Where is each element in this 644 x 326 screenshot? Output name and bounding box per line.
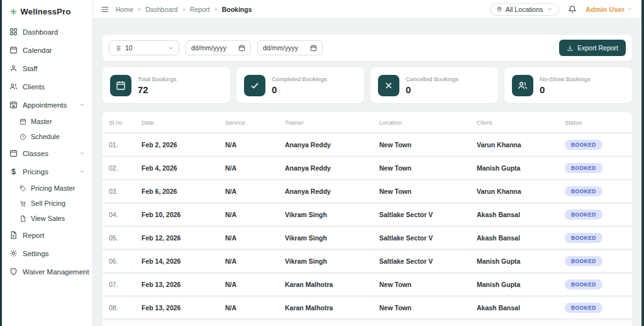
date-to-input[interactable]: dd/mm/yyyy [257,40,323,55]
date-from-input[interactable]: dd/mm/yyyy [186,40,251,55]
sidebar-subitem-pricing-master[interactable]: Pricing Master [2,181,92,196]
download-icon [567,45,574,52]
sidebar-subitem-sell-pricing[interactable]: Sell Pricing [2,196,92,211]
cell-client: Akash Bansal [477,234,565,242]
user-name: Admin User [586,6,625,13]
cell-client: Manish Gupta [477,164,565,172]
calendar-icon [310,45,317,52]
brand-logo[interactable]: ✳ WellnessPro [2,0,92,23]
cell-date: Feb 13, 2026 [142,304,225,312]
table-header: Sl.no Date Service Trainer Location Clie… [103,112,632,132]
cell-date: Feb 4, 2026 [142,164,225,172]
cell-location: Saltlake Sector V [379,257,477,265]
sidebar-item-classes[interactable]: Classes [2,144,92,162]
cell-service: N/A [225,141,285,149]
sidebar-item-label: Clients [23,83,45,91]
sidebar-item-calendar[interactable]: Calendar [2,41,92,59]
cell-client: Manish Gupta [477,257,565,265]
cell-slno: 06. [109,257,142,265]
cell-slno: 08. [109,304,142,312]
sidebar-item-label: Appointments [23,101,67,109]
scrollbar[interactable] [641,0,644,326]
chevron-down-icon [79,150,85,156]
user-menu[interactable]: Admin User [586,6,633,13]
page-size-value: 10 [125,44,133,52]
sidebar-nav: Dashboard Calendar Staff Clients Appoint… [2,23,92,281]
grid-icon [9,28,18,36]
date-from-placeholder: dd/mm/yyyy [191,44,226,52]
calendar-icon [238,45,245,52]
cell-client: Varun Khanna [477,188,565,195]
date-to-placeholder: dd/mm/yyyy [263,44,298,52]
chevron-down-icon [627,6,633,12]
hamburger-menu-icon[interactable] [101,5,109,14]
breadcrumb-separator-icon: > [138,6,141,13]
table-row[interactable]: 08. Feb 13, 2026 N/A Karan Malhotra New … [103,297,632,318]
cell-slno: 07. [109,281,142,288]
location-selector[interactable]: All Locations [490,3,560,16]
cell-date: Feb 10, 2026 [142,211,225,218]
cell-service: N/A [225,234,285,242]
cell-service: N/A [225,164,285,172]
cell-location: Saltlake Sector V [379,211,477,218]
calendar-icon [110,75,131,96]
cell-slno: 01. [109,141,142,149]
cell-trainer: Vikram Singh [285,257,379,265]
cell-slno: 05. [109,234,142,242]
cell-trainer: Ananya Reddy [285,141,379,149]
list-icon [114,45,121,52]
table-row[interactable]: 03. Feb 6, 2026 N/A Ananya Reddy New Tow… [103,181,632,202]
sidebar-subitem-master[interactable]: Master [2,114,92,129]
table-row[interactable]: 02. Feb 4, 2026 N/A Ananya Reddy New Tow… [103,157,632,179]
breadcrumb-home[interactable]: Home [116,6,133,13]
chevron-down-icon [168,45,174,51]
sidebar-item-label: Staff [23,65,37,72]
stat-card-total-bookings: Total Bookings 72 [103,67,230,103]
cell-client: Manish Gupta [477,281,565,288]
sidebar-item-staff[interactable]: Staff [2,59,92,77]
cell-trainer: Ananya Reddy [285,164,379,172]
status-badge: BOOKED [565,303,602,313]
cell-service: N/A [225,281,285,288]
main-content: 10 dd/mm/yyyy dd/mm/yyyy Export Report T… [93,19,641,326]
sidebar-item-report[interactable]: Report [2,226,92,244]
cell-status: BOOKED [565,163,626,173]
table-row[interactable]: 06. Feb 14, 2026 N/A Vikram Singh Saltla… [103,250,632,272]
sidebar-item-settings[interactable]: Settings [2,244,92,262]
table-row[interactable]: 04. Feb 10, 2026 N/A Vikram Singh Saltla… [103,204,632,225]
notification-bell-icon[interactable] [568,5,577,14]
sidebar-item-label: Master [31,118,52,125]
cell-location: New Town [379,304,477,312]
breadcrumb: Home > Dashboard > Report > Bookings [116,6,252,13]
breadcrumb-report[interactable]: Report [190,6,210,13]
page-size-select[interactable]: 10 [109,40,179,55]
stat-label: No-Show Bookings [540,76,591,82]
status-badge: BOOKED [565,210,602,220]
sidebar-subitem-view-sales[interactable]: View Sales [2,211,92,226]
table-row[interactable]: 01. Feb 2, 2026 N/A Ananya Reddy New Tow… [103,134,632,155]
check-icon [244,75,265,96]
table-body: 01. Feb 2, 2026 N/A Ananya Reddy New Tow… [103,134,632,318]
cell-service: N/A [225,304,285,312]
cell-client: Varun Khanna [477,141,565,149]
breadcrumb-dashboard[interactable]: Dashboard [145,6,177,13]
table-row[interactable]: 05. Feb 12, 2026 N/A Vikram Singh Saltla… [103,227,632,249]
sidebar-item-label: Pricings [23,168,48,176]
sidebar-subitem-schedule[interactable]: Schedule [2,129,92,144]
stat-card-completed-bookings: Completed Bookings 0 [236,67,364,103]
sidebar-item-waiver-management[interactable]: Waiver Management [2,262,92,281]
x-icon [378,75,399,96]
column-header-location: Location [379,119,477,126]
table-row[interactable]: 07. Feb 13, 2026 N/A Karan Malhotra New … [103,274,632,295]
sidebar-item-dashboard[interactable]: Dashboard [2,23,92,41]
sidebar-item-appointments[interactable]: Appointments [2,96,92,114]
export-report-button[interactable]: Export Report [559,40,626,56]
bookings-table: Sl.no Date Service Trainer Location Clie… [103,112,632,326]
cell-client: Akash Bansal [477,211,565,218]
cell-location: New Town [379,281,477,288]
sidebar-item-pricings[interactable]: $ Pricings [2,162,92,181]
stat-card-no-show-bookings: No-Show Bookings 0 [504,67,632,103]
topbar-right: All Locations Admin User [490,3,633,16]
status-badge: BOOKED [565,140,602,150]
sidebar-item-clients[interactable]: Clients [2,77,92,96]
